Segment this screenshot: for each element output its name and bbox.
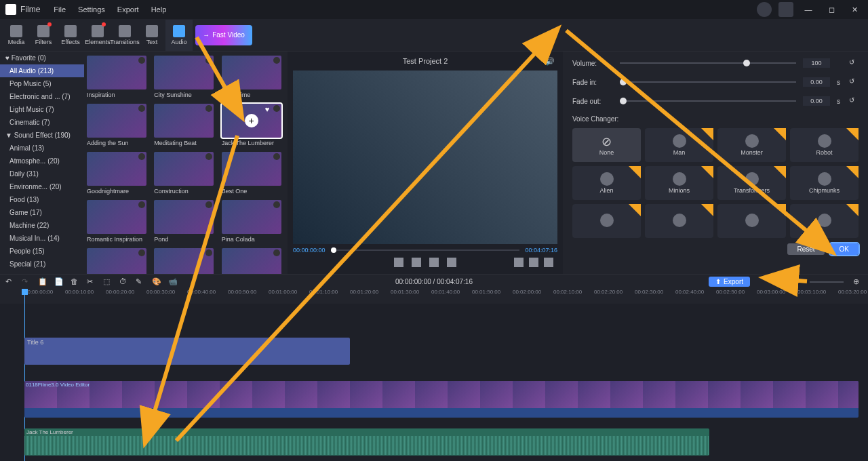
- media-thumb[interactable]: [87, 152, 146, 186]
- fast-video-button[interactable]: →Fast Video: [195, 25, 252, 45]
- next-button[interactable]: [447, 258, 456, 267]
- time-ruler[interactable]: 00:00:00:0000:00:10:0000:00:20:0000:00:3…: [0, 289, 868, 304]
- seek-bar[interactable]: [331, 249, 520, 251]
- edit-icon[interactable]: ✎: [136, 277, 145, 287]
- redo-icon[interactable]: ↷: [22, 277, 31, 287]
- tab-text[interactable]: Text: [138, 20, 165, 51]
- tab-audio[interactable]: Audio: [165, 20, 193, 51]
- fadein-value[interactable]: 0.00: [803, 77, 830, 87]
- media-thumb[interactable]: [154, 200, 214, 234]
- voice-option[interactable]: [790, 204, 859, 238]
- media-thumb[interactable]: [154, 152, 214, 186]
- menu-help[interactable]: Help: [151, 5, 167, 14]
- maximize-button[interactable]: ◻: [823, 1, 840, 18]
- fadein-slider[interactable]: [620, 81, 796, 83]
- zoom-out-icon[interactable]: ⊖: [791, 277, 800, 287]
- play-button[interactable]: [429, 258, 439, 267]
- tab-filters[interactable]: Filters: [30, 20, 57, 51]
- fadeout-slider[interactable]: [620, 100, 796, 102]
- media-thumb[interactable]: [154, 56, 214, 89]
- voice-option[interactable]: Chipmunks: [790, 166, 859, 200]
- zoom-in-icon[interactable]: ⊕: [853, 277, 863, 287]
- reset-icon[interactable]: ↺: [849, 77, 859, 87]
- media-thumb[interactable]: +♥: [222, 104, 281, 138]
- sidebar-item[interactable]: Atmosphe... (20): [0, 155, 84, 167]
- stop-button[interactable]: [394, 258, 403, 267]
- tab-media[interactable]: Media: [3, 20, 30, 51]
- tab-effects[interactable]: Effects: [57, 20, 84, 51]
- menu-settings[interactable]: Settings: [78, 5, 105, 14]
- tab-transitions[interactable]: Transitions: [111, 20, 138, 51]
- sidebar-item[interactable]: Cinematic (7): [0, 116, 84, 129]
- prev-button[interactable]: [412, 258, 421, 267]
- video-preview[interactable]: [293, 71, 557, 244]
- minimize-button[interactable]: —: [800, 1, 816, 18]
- sidebar-item[interactable]: Electronic and ... (7): [0, 90, 84, 103]
- sidebar-item[interactable]: All Audio (213): [0, 64, 84, 77]
- voice-option[interactable]: [572, 204, 641, 238]
- media-thumb[interactable]: [222, 152, 281, 186]
- menu-export[interactable]: Export: [117, 5, 139, 14]
- undo-icon[interactable]: ↶: [5, 277, 15, 287]
- media-thumb[interactable]: [154, 248, 214, 274]
- menu-file[interactable]: File: [54, 5, 66, 14]
- media-thumb[interactable]: [87, 56, 146, 89]
- volume-slider[interactable]: [620, 62, 796, 64]
- sidebar-item[interactable]: Pop Music (5): [0, 77, 84, 90]
- sidebar-item[interactable]: Special (21): [0, 258, 84, 270]
- paste-icon[interactable]: 📄: [54, 277, 64, 287]
- media-thumb[interactable]: [87, 104, 146, 138]
- crop-icon[interactable]: ⬚: [103, 277, 113, 287]
- reset-icon[interactable]: ↺: [849, 96, 859, 106]
- media-thumb[interactable]: [154, 104, 214, 138]
- sidebar-item[interactable]: ♥ Favorite (0): [0, 52, 84, 64]
- reset-icon[interactable]: ↺: [849, 58, 859, 68]
- ok-button[interactable]: OK: [830, 243, 859, 255]
- volume-icon[interactable]: [529, 258, 538, 267]
- marker-icon[interactable]: ▭: [774, 277, 784, 287]
- media-thumb[interactable]: [222, 56, 281, 89]
- title-clip[interactable]: Title 6: [24, 338, 350, 365]
- speed-icon[interactable]: ⏱: [119, 277, 129, 287]
- sidebar-item[interactable]: Light Music (7): [0, 103, 84, 116]
- voice-option[interactable]: Man: [645, 128, 713, 162]
- settings-icon[interactable]: [514, 258, 524, 267]
- fullscreen-icon[interactable]: [544, 258, 553, 267]
- sidebar-item[interactable]: Game (17): [0, 206, 84, 219]
- volume-value[interactable]: 100: [803, 58, 830, 68]
- voice-option[interactable]: Minions: [645, 166, 713, 200]
- close-button[interactable]: ✕: [846, 1, 863, 18]
- speaker-icon[interactable]: 🔊: [545, 57, 555, 66]
- sidebar-item[interactable]: Environme... (20): [0, 180, 84, 193]
- record-icon[interactable]: 📹: [168, 277, 178, 287]
- copy-icon[interactable]: 📋: [38, 277, 47, 287]
- voice-option[interactable]: [717, 204, 786, 238]
- audio-clip[interactable]: Jack The Lumberer: [24, 428, 709, 456]
- tab-elements[interactable]: Elements: [84, 20, 111, 51]
- voice-option[interactable]: Monster: [717, 128, 786, 162]
- sidebar-item[interactable]: Machine (22): [0, 219, 84, 232]
- media-thumb[interactable]: [87, 200, 146, 234]
- media-thumb[interactable]: [222, 200, 281, 234]
- sidebar-item[interactable]: Daily (31): [0, 167, 84, 180]
- sidebar-item[interactable]: Animal (13): [0, 142, 84, 155]
- sidebar-item[interactable]: Transition (14): [0, 270, 84, 274]
- fadeout-value[interactable]: 0.00: [803, 96, 830, 106]
- voice-option[interactable]: [645, 204, 713, 238]
- reset-button[interactable]: Reset: [787, 243, 824, 255]
- media-thumb[interactable]: [222, 248, 281, 274]
- split-icon[interactable]: ✂: [87, 277, 96, 287]
- mail-icon[interactable]: [778, 2, 793, 17]
- sidebar-item[interactable]: Musical In... (14): [0, 232, 84, 245]
- video-clip[interactable]: 0118Filme3.0 Video Editor: [24, 381, 859, 418]
- media-thumb[interactable]: [87, 248, 146, 274]
- sidebar-item[interactable]: Food (13): [0, 193, 84, 206]
- export-button[interactable]: ⬆Export: [709, 277, 750, 287]
- sidebar-item[interactable]: ▼ Sound Effect (190): [0, 129, 84, 142]
- color-icon[interactable]: 🎨: [152, 277, 161, 287]
- user-avatar[interactable]: [757, 2, 772, 17]
- voice-option[interactable]: Robot: [790, 128, 859, 162]
- zoom-slider[interactable]: [810, 281, 844, 283]
- delete-icon[interactable]: 🗑: [71, 277, 80, 287]
- sidebar-item[interactable]: People (15): [0, 245, 84, 258]
